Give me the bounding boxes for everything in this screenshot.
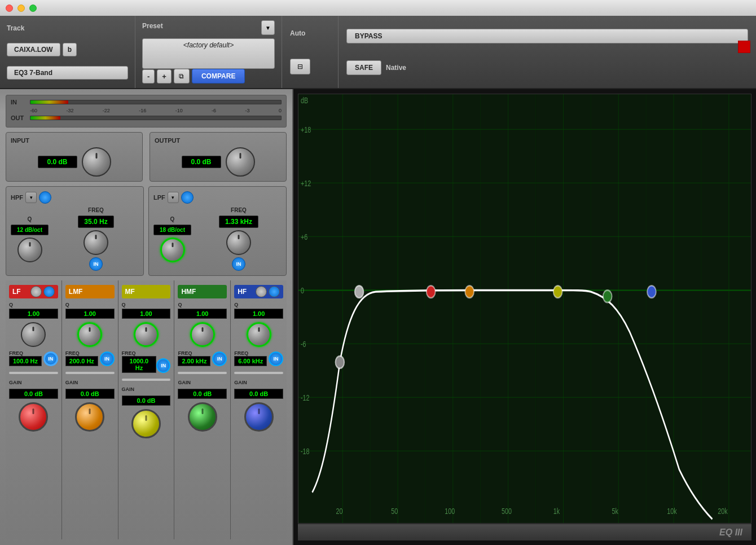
output-knob[interactable] [226, 147, 255, 177]
lpf-freq-knob[interactable] [226, 230, 251, 255]
plugin-name-button[interactable]: EQ3 7-Band [7, 66, 128, 80]
mf-in-button[interactable]: IN [156, 358, 170, 373]
svg-point-44 [647, 285, 656, 298]
maximize-button[interactable] [29, 5, 37, 12]
minimize-button[interactable] [17, 5, 25, 12]
hmf-band-header: HMF [178, 285, 227, 298]
mf-q-knob[interactable] [134, 322, 159, 347]
mf-gain-value[interactable]: 0.0 dB [122, 395, 171, 406]
svg-point-41 [465, 285, 474, 298]
lmf-gain-value[interactable]: 0.0 dB [65, 389, 115, 399]
lmf-q-label: Q [65, 302, 115, 307]
close-button[interactable] [6, 5, 13, 12]
hmf-gain-slider[interactable] [178, 372, 227, 374]
hpf-freq-knob[interactable] [83, 230, 108, 255]
track-name-button[interactable]: CAIXA.LOW [7, 43, 60, 56]
mf-gain-slider[interactable] [122, 379, 171, 381]
lf-q-knob[interactable] [21, 322, 46, 347]
hpf-active-button[interactable] [39, 191, 51, 204]
hf-gain-knob[interactable] [244, 402, 274, 432]
lpf-active-button[interactable] [181, 191, 194, 204]
hpf-section: HPF ▾ Q 12 dB/oct FREQ 35.0 Hz IN [6, 186, 144, 276]
lpf-db-oct[interactable]: 18 dB/oct [153, 225, 191, 235]
lf-gain-knob[interactable] [19, 402, 48, 432]
lf-toggle-2[interactable] [43, 286, 55, 297]
hpf-q-knob[interactable] [17, 238, 42, 262]
output-label: OUTPUT [155, 137, 180, 144]
hf-toggle-2[interactable] [269, 286, 280, 297]
left-control-panel: IN -60 -32 -22 -16 -10 -6 -3 0 OUT [0, 89, 293, 545]
lf-q-value[interactable]: 1.00 [9, 309, 58, 319]
preset-value-display[interactable]: <factory default> [142, 38, 275, 69]
output-value[interactable]: 0.0 dB [182, 156, 221, 168]
mf-freq-value[interactable]: 1000.0 Hz [122, 356, 157, 373]
hmf-q-knob[interactable] [190, 322, 215, 347]
preset-minus-button[interactable]: - [142, 69, 155, 83]
lpf-in-button[interactable]: IN [232, 257, 245, 271]
hf-gain-slider[interactable] [234, 372, 283, 374]
preset-copy-button[interactable]: ⧉ [174, 69, 190, 83]
mf-band: MF Q 1.00 FREQ 1000.0 Hz IN GAIN [118, 280, 175, 539]
hpf-in-button[interactable]: IN [89, 257, 103, 271]
hmf-freq-value[interactable]: 2.00 kHz [178, 356, 210, 366]
hf-gain-label: GAIN [234, 380, 283, 385]
svg-point-38 [355, 285, 364, 298]
hmf-in-button[interactable]: IN [212, 351, 227, 366]
svg-text:5k: 5k [612, 506, 619, 516]
lf-gain-label: GAIN [9, 380, 58, 385]
lpf-freq-value[interactable]: 1.33 kHz [219, 216, 258, 228]
hmf-q-value[interactable]: 1.00 [178, 309, 227, 319]
preset-plus-button[interactable]: + [157, 69, 172, 83]
lf-toggle-1[interactable] [30, 286, 42, 297]
hpf-type-button[interactable]: ▾ [25, 192, 37, 203]
hmf-label: HMF [181, 288, 196, 296]
hmf-gain-value[interactable]: 0.0 dB [178, 389, 227, 399]
lmf-in-button[interactable]: IN [100, 351, 115, 366]
preset-dropdown-arrow[interactable]: ▼ [261, 20, 275, 35]
hf-gain-value[interactable]: 0.0 dB [234, 389, 283, 399]
lmf-q-knob[interactable] [77, 322, 102, 347]
lmf-label: LMF [69, 288, 83, 296]
lmf-gain-knob[interactable] [75, 402, 104, 432]
hmf-band: HMF Q 1.00 FREQ 2.00 kHz IN GAIN [174, 280, 231, 539]
svg-point-42 [553, 285, 562, 298]
mf-q-value[interactable]: 1.00 [122, 309, 171, 319]
native-label: Native [386, 64, 406, 72]
svg-text:1k: 1k [553, 506, 560, 516]
hf-q-value[interactable]: 1.00 [234, 309, 283, 319]
meter-scale: -60 -32 -22 -16 -10 -6 -3 0 [11, 108, 282, 113]
svg-text:+18: +18 [301, 125, 311, 134]
compare-button[interactable]: COMPARE [192, 69, 245, 83]
mf-gain-knob[interactable] [131, 409, 161, 438]
track-label: Track [7, 24, 128, 32]
hf-in-button[interactable]: IN [269, 351, 283, 366]
in-meter-track [30, 100, 282, 104]
bypass-button[interactable]: BYPASS [346, 29, 748, 43]
hf-toggle-1[interactable] [256, 286, 267, 297]
input-knob[interactable] [82, 147, 111, 177]
input-value[interactable]: 0.0 dB [38, 156, 77, 168]
lmf-band: LMF Q 1.00 FREQ 200.0 Hz IN GAIN [62, 280, 118, 539]
lf-in-button[interactable]: IN [43, 351, 58, 366]
hpf-db-oct[interactable]: 12 dB/oct [11, 225, 49, 235]
lf-label: LF [12, 288, 21, 296]
b-button[interactable]: b [63, 43, 77, 56]
lpf-section: LPF ▾ Q 18 dB/oct FREQ 1.33 kHz IN [148, 186, 287, 276]
lmf-freq-value[interactable]: 200.0 Hz [65, 356, 98, 366]
lf-gain-value[interactable]: 0.0 dB [9, 389, 58, 399]
auto-icon[interactable]: ⊟ [290, 59, 310, 74]
safe-button[interactable]: SAFE [346, 60, 381, 75]
lpf-q-knob[interactable] [160, 238, 185, 262]
record-button[interactable] [738, 41, 750, 53]
lpf-type-button[interactable]: ▾ [168, 192, 179, 203]
eq-curve-display[interactable]: dB +18 +12 +6 0 -6 -12 -18 20 50 100 500… [298, 94, 751, 524]
hf-freq-value[interactable]: 6.00 kHz [234, 356, 267, 366]
lmf-q-value[interactable]: 1.00 [65, 309, 115, 319]
mf-band-header: MF [122, 285, 171, 298]
lf-gain-slider[interactable] [9, 372, 58, 374]
hpf-freq-value[interactable]: 35.0 Hz [78, 216, 113, 228]
hf-q-knob[interactable] [247, 322, 271, 347]
hmf-gain-knob[interactable] [188, 402, 217, 432]
lmf-gain-slider[interactable] [65, 372, 115, 374]
lf-freq-value[interactable]: 100.0 Hz [9, 356, 42, 366]
